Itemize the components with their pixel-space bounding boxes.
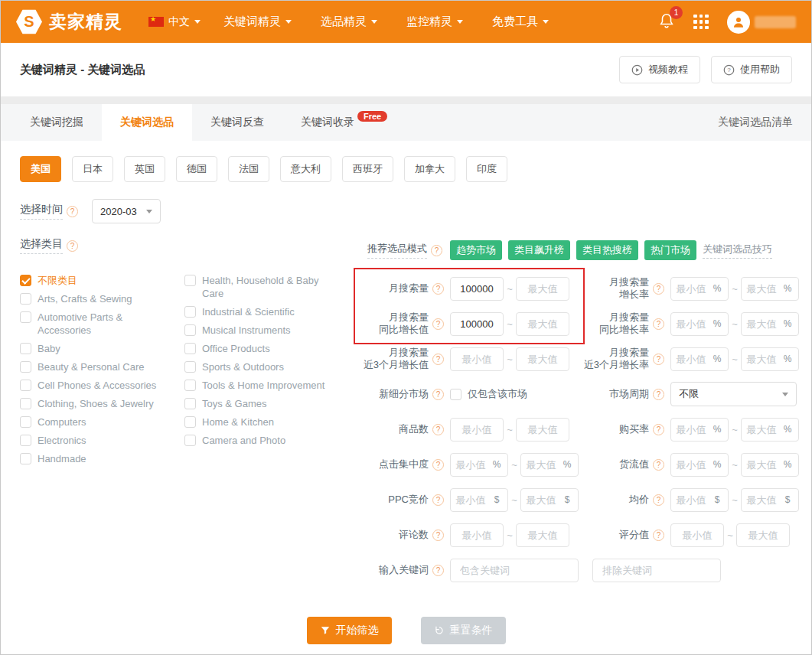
min-value[interactable]: % bbox=[670, 453, 729, 477]
min-value-input[interactable] bbox=[673, 423, 709, 436]
category-checkbox-item[interactable]: Home & Kitchen bbox=[184, 415, 341, 429]
max-value-input[interactable] bbox=[518, 318, 567, 331]
nav-item-4[interactable]: 免费工具 bbox=[492, 15, 549, 29]
min-value[interactable] bbox=[450, 312, 504, 336]
checkbox-icon[interactable] bbox=[20, 275, 31, 286]
start-filter-button[interactable]: 开始筛选 bbox=[307, 617, 392, 644]
selection-list-link[interactable]: 关键词选品清单 bbox=[718, 104, 801, 141]
checkbox-icon[interactable] bbox=[184, 416, 196, 428]
country-button-6[interactable]: 意大利 bbox=[280, 156, 331, 182]
tab-2[interactable]: 关键词选品 bbox=[102, 104, 192, 141]
checkbox-icon[interactable] bbox=[184, 361, 196, 373]
help-icon[interactable]: ? bbox=[653, 318, 664, 330]
recommend-badge-2[interactable]: 类目飙升榜 bbox=[508, 240, 570, 260]
max-value[interactable]: % bbox=[741, 453, 799, 477]
checkbox-icon[interactable] bbox=[184, 306, 196, 318]
tab-1[interactable]: 关键词挖掘 bbox=[11, 104, 102, 141]
min-value-input[interactable] bbox=[673, 529, 722, 542]
help-icon[interactable]: ? bbox=[653, 354, 664, 365]
keyword-input[interactable] bbox=[458, 564, 570, 577]
checkbox-icon[interactable] bbox=[184, 398, 196, 409]
only-market-checkbox[interactable]: 仅包含该市场 bbox=[450, 387, 527, 401]
category-checkbox-item[interactable]: Computers bbox=[20, 415, 173, 429]
country-button-3[interactable]: 英国 bbox=[124, 156, 165, 182]
market-cycle-select[interactable]: 不限 bbox=[670, 382, 797, 406]
max-value-input[interactable] bbox=[743, 458, 780, 471]
min-value[interactable] bbox=[450, 523, 504, 547]
category-checkbox-item[interactable]: Health, Household & Baby Care bbox=[184, 274, 341, 300]
category-checkbox-item[interactable]: 不限类目 bbox=[20, 274, 173, 287]
category-checkbox-item[interactable]: Musical Instruments bbox=[184, 324, 341, 337]
category-checkbox-item[interactable]: Automotive Parts & Accessories bbox=[20, 311, 173, 337]
max-value[interactable] bbox=[736, 523, 790, 547]
checkbox-icon[interactable] bbox=[20, 343, 31, 354]
min-value[interactable] bbox=[450, 277, 504, 301]
min-value-input[interactable] bbox=[452, 494, 489, 507]
checkbox-icon[interactable] bbox=[184, 343, 196, 354]
help-icon[interactable]: ? bbox=[432, 318, 444, 330]
nav-item-1[interactable]: 关键词精灵 bbox=[223, 15, 292, 29]
min-value[interactable]: % bbox=[670, 277, 729, 301]
tab-3[interactable]: 关键词反查 bbox=[192, 104, 282, 141]
country-button-4[interactable]: 德国 bbox=[176, 156, 217, 182]
keyword-input-box[interactable] bbox=[450, 559, 579, 582]
nav-item-2[interactable]: 选品精灵 bbox=[321, 15, 377, 29]
checkbox-icon[interactable] bbox=[20, 435, 31, 446]
min-value[interactable]: % bbox=[670, 347, 729, 371]
max-value[interactable]: % bbox=[520, 453, 579, 477]
help-icon[interactable]: ? bbox=[432, 354, 444, 365]
category-checkbox-item[interactable]: Beauty & Personal Care bbox=[20, 360, 173, 373]
reset-conditions-button[interactable]: 重置条件 bbox=[421, 617, 506, 644]
usage-help-button[interactable]: ? 使用帮助 bbox=[711, 56, 792, 83]
min-value[interactable]: $ bbox=[450, 488, 508, 512]
max-value-input[interactable] bbox=[743, 318, 780, 331]
selection-tips-link[interactable]: 关键词选品技巧 bbox=[703, 243, 772, 259]
checkbox-icon[interactable] bbox=[20, 311, 31, 323]
checkbox-icon[interactable] bbox=[20, 398, 31, 409]
country-button-7[interactable]: 西班牙 bbox=[342, 156, 393, 182]
help-icon[interactable]: ? bbox=[653, 530, 664, 541]
category-checkbox-item[interactable]: Handmade bbox=[20, 452, 173, 465]
help-icon[interactable]: ? bbox=[653, 459, 664, 471]
min-value-input[interactable] bbox=[673, 282, 709, 295]
category-checkbox-item[interactable]: Baby bbox=[20, 342, 173, 355]
checkbox-icon[interactable] bbox=[20, 293, 31, 305]
min-value-input[interactable] bbox=[673, 353, 709, 366]
keyword-input[interactable] bbox=[601, 564, 713, 577]
category-checkbox-item[interactable]: Arts, Crafts & Sewing bbox=[20, 292, 173, 305]
checkbox-icon[interactable] bbox=[20, 416, 31, 428]
country-button-1[interactable]: 美国 bbox=[20, 156, 61, 182]
help-icon[interactable]: ? bbox=[653, 424, 664, 435]
max-value[interactable]: $ bbox=[741, 488, 799, 512]
min-value-input[interactable] bbox=[452, 282, 501, 295]
time-select[interactable]: 2020-03 bbox=[92, 199, 161, 223]
help-icon[interactable]: ? bbox=[67, 206, 78, 217]
min-value-input[interactable] bbox=[452, 458, 489, 471]
help-icon[interactable]: ? bbox=[432, 530, 444, 541]
max-value-input[interactable] bbox=[518, 282, 567, 295]
help-icon[interactable]: ? bbox=[653, 494, 664, 506]
max-value-input[interactable] bbox=[518, 529, 567, 542]
category-checkbox-item[interactable]: Sports & Outdoors bbox=[184, 360, 341, 373]
min-value-input[interactable] bbox=[673, 318, 709, 331]
category-checkbox-item[interactable]: Industrial & Scientific bbox=[184, 305, 341, 318]
recommend-badge-4[interactable]: 热门市场 bbox=[644, 240, 696, 260]
max-value-input[interactable] bbox=[523, 494, 559, 507]
max-value[interactable]: % bbox=[741, 347, 799, 371]
category-checkbox-item[interactable]: Camera and Photo bbox=[184, 434, 341, 447]
category-checkbox-item[interactable]: Office Products bbox=[184, 342, 341, 355]
help-icon[interactable]: ? bbox=[432, 494, 444, 506]
brand-logo[interactable]: S 卖家精灵 bbox=[16, 9, 122, 35]
user-menu[interactable] bbox=[727, 11, 796, 34]
min-value-input[interactable] bbox=[452, 353, 501, 366]
keyword-input-box[interactable] bbox=[592, 559, 721, 582]
min-value[interactable] bbox=[670, 523, 724, 547]
min-value-input[interactable] bbox=[452, 423, 501, 436]
category-checkbox-item[interactable]: Clothing, Shoes & Jewelry bbox=[20, 397, 173, 410]
apps-grid-button[interactable] bbox=[693, 15, 709, 30]
country-button-2[interactable]: 日本 bbox=[72, 156, 113, 182]
max-value[interactable] bbox=[516, 277, 569, 301]
checkbox-icon[interactable] bbox=[184, 275, 196, 286]
help-icon[interactable]: ? bbox=[67, 240, 78, 252]
max-value[interactable] bbox=[516, 523, 569, 547]
